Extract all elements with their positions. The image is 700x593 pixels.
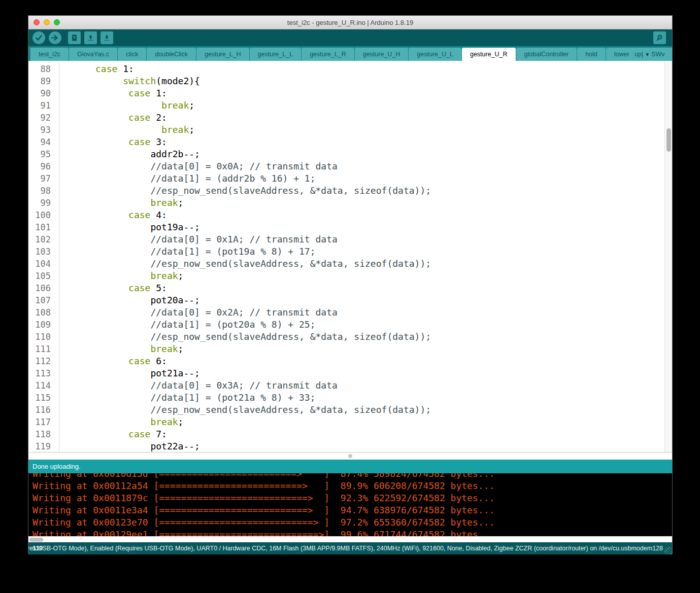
console-panel[interactable]: Writing at 0x0010d15d [=================… xyxy=(28,473,672,536)
resize-grip-icon[interactable] xyxy=(664,547,672,554)
tab-gesture_L_L[interactable]: gesture_L_L xyxy=(250,48,302,61)
line-number: 101 xyxy=(28,221,59,233)
tab-globalController[interactable]: globalController xyxy=(516,48,577,61)
tab-gesture_U_L[interactable]: gesture_U_L xyxy=(409,48,461,61)
window-controls xyxy=(34,16,60,29)
console-line: Writing at 0x00129ee1 [=================… xyxy=(32,529,672,536)
console-line: Writing at 0x0010d15d [=================… xyxy=(32,473,672,480)
line-number: 94 xyxy=(28,136,59,148)
line-number: 108 xyxy=(28,306,59,319)
line-number: 111 xyxy=(28,343,59,355)
line-number: 95 xyxy=(28,148,59,160)
line-number: 98 xyxy=(28,185,59,197)
code-line: 91 break; xyxy=(28,99,672,112)
tab-gesture_L_H[interactable]: gesture_L_H xyxy=(196,48,249,61)
line-number: 105 xyxy=(28,270,59,282)
line-number: 99 xyxy=(28,197,59,209)
code-line: 103 //data[1] = (pot19a % 8) + 17; xyxy=(28,246,672,258)
window-title: test_i2c - gesture_U_R.ino | Arduino 1.8… xyxy=(287,19,413,26)
code-line: 108 //data[0] = 0x2A; // transmit data xyxy=(28,306,672,319)
code-line: 100 case 4: xyxy=(28,209,672,221)
line-number: 104 xyxy=(28,258,59,270)
toolbar xyxy=(28,29,672,46)
save-sketch-button[interactable] xyxy=(101,31,113,44)
line-number: 93 xyxy=(28,124,59,136)
code-line: 116 //esp_now_send(slaveAddress, &*data,… xyxy=(28,404,672,416)
console-horizontal-scrollbar[interactable] xyxy=(28,536,672,542)
console-scrollbar-thumb[interactable] xyxy=(29,538,43,542)
line-number: 92 xyxy=(28,112,59,124)
code-line: 104 //esp_now_send(slaveAddress, &*data,… xyxy=(28,258,672,270)
board-info-text: USB-OTG (TinyUSB), Enabled, Enabled (Req… xyxy=(28,542,663,554)
code-line: 117 break; xyxy=(28,416,672,428)
checkmark-icon xyxy=(35,34,43,42)
tab-strip: test_i2cGiovaYas.cclickdoubleClickgestur… xyxy=(30,48,661,61)
code-line: 97 //data[1] = (addr2b % 16) + 1; xyxy=(28,172,672,185)
code-line: 101 pot19a--; xyxy=(28,221,672,233)
right-arrow-icon xyxy=(51,34,59,42)
console-line: Writing at 0x00112a54 [=================… xyxy=(32,480,672,492)
line-number: 109 xyxy=(28,319,59,331)
serial-monitor-button[interactable] xyxy=(653,31,666,44)
line-number: 90 xyxy=(28,87,59,99)
tab-click[interactable]: click xyxy=(118,48,146,61)
console-line: Writing at 0x0011879c [=================… xyxy=(32,492,672,504)
status-message: Done uploading. xyxy=(32,463,81,470)
verify-button[interactable] xyxy=(32,31,45,44)
code-line: 119 pot22a--; xyxy=(28,440,672,452)
tab-overflow-left-label: up| xyxy=(635,51,643,58)
tab-doubleClick[interactable]: doubleClick xyxy=(147,48,196,61)
line-number: 97 xyxy=(28,172,59,185)
code-line: 107 pot20a--; xyxy=(28,294,672,306)
line-number: 112 xyxy=(28,355,59,367)
tab-GiovaYas.c[interactable]: GiovaYas.c xyxy=(69,48,117,61)
code-lines: 88 case 1:89 switch(mode2){90 case 1:91 … xyxy=(28,61,672,452)
magnifier-icon xyxy=(656,34,663,42)
line-number: 110 xyxy=(28,331,59,343)
line-number: 115 xyxy=(28,392,59,404)
splitter-handle-icon[interactable] xyxy=(348,454,352,458)
new-sketch-button[interactable] xyxy=(68,31,81,44)
code-line: 110 //esp_now_send(slaveAddress, &*data,… xyxy=(28,331,672,343)
code-line: 106 case 5: xyxy=(28,282,672,294)
code-line: 102 //data[0] = 0x1A; // transmit data xyxy=(28,233,672,246)
open-sketch-button[interactable] xyxy=(84,31,97,44)
tab-hold[interactable]: hold xyxy=(577,48,606,61)
close-window-button[interactable] xyxy=(34,19,40,25)
code-line: 112 case 6: xyxy=(28,355,672,367)
line-number: 102 xyxy=(28,233,59,246)
code-line: 96 //data[0] = 0x0A; // transmit data xyxy=(28,160,672,172)
code-line: 99 break; xyxy=(28,197,672,209)
tab-gesture_U_H[interactable]: gesture_U_H xyxy=(355,48,409,61)
editor-console-splitter[interactable] xyxy=(28,452,672,460)
code-line: 93 break; xyxy=(28,124,672,136)
line-number: 91 xyxy=(28,99,59,112)
editor-vertical-scrollbar[interactable] xyxy=(664,61,672,452)
console-line: Writing at 0x00123e70 [=================… xyxy=(32,516,672,529)
console-output: Writing at 0x0010d15d [=================… xyxy=(32,473,672,536)
line-number: 107 xyxy=(28,294,59,306)
line-number: 119 xyxy=(28,440,59,452)
tab-overflow-right-label: SWv xyxy=(651,51,664,58)
code-editor[interactable]: 88 case 1:89 switch(mode2){90 case 1:91 … xyxy=(28,61,672,452)
line-number: 96 xyxy=(28,160,59,172)
code-line: 105 break; xyxy=(28,270,672,282)
line-number: 88 xyxy=(28,63,59,75)
code-line: 111 break; xyxy=(28,343,672,355)
tab-overflow[interactable]: up|▼SWv xyxy=(629,48,672,61)
tab-gesture_L_R[interactable]: gesture_L_R xyxy=(302,48,354,61)
minimize-window-button[interactable] xyxy=(44,19,50,25)
tab-gesture_U_R[interactable]: gesture_U_R xyxy=(462,48,516,61)
zoom-window-button[interactable] xyxy=(54,19,60,25)
upload-button[interactable] xyxy=(49,31,61,44)
arduino-ide-window: test_i2c - gesture_U_R.ino | Arduino 1.8… xyxy=(28,15,673,554)
title-bar: test_i2c - gesture_U_R.ino | Arduino 1.8… xyxy=(28,16,672,29)
dropdown-triangle-icon[interactable]: ▼ xyxy=(645,52,650,57)
line-number: 103 xyxy=(28,246,59,258)
bottom-status-bar: USB-OTG (TinyUSB), Enabled, Enabled (Req… xyxy=(28,542,672,554)
code-line: 113 pot21a--; xyxy=(28,367,672,379)
code-line: 90 case 1: xyxy=(28,87,672,99)
tab-test_i2c[interactable]: test_i2c xyxy=(30,48,69,61)
code-line: 98 //esp_now_send(slaveAddress, &*data, … xyxy=(28,185,672,197)
editor-scrollbar-thumb[interactable] xyxy=(666,128,671,152)
